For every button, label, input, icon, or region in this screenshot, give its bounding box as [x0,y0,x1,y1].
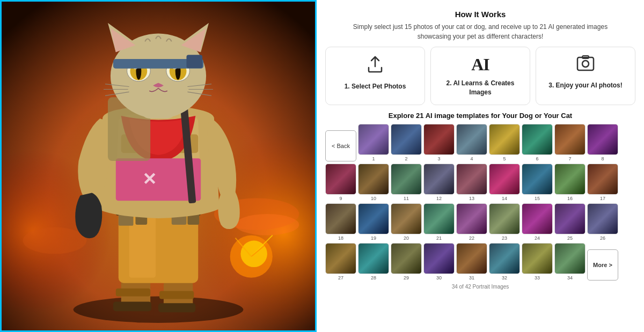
thumb-num-4: 4 [470,156,473,161]
thumb-item-29[interactable]: 29 [391,243,422,281]
thumb-item-3[interactable]: 3 [423,124,455,161]
thumb-item-1[interactable]: 1 [358,124,389,161]
thumb-item-16[interactable]: 16 [554,164,586,201]
thumb-num-11: 11 [404,196,409,201]
thumb-3[interactable] [423,124,455,155]
thumb-33[interactable] [522,243,553,274]
thumb-num-24: 24 [535,235,540,241]
thumb-item-15[interactable]: 15 [522,164,553,201]
thumb-1[interactable] [358,124,389,155]
more-button[interactable]: More > [587,249,618,281]
thumb-20[interactable] [391,203,422,234]
more-button-item[interactable]: More > [587,249,618,281]
thumb-item-21[interactable]: 21 [423,203,455,241]
thumb-23[interactable] [489,203,520,234]
thumb-29[interactable] [391,243,422,274]
thumb-num-25: 25 [567,235,573,241]
thumb-28[interactable] [358,243,389,274]
thumb-item-30[interactable]: 30 [423,243,455,281]
thumb-num-18: 18 [338,235,343,241]
thumb-num-15: 15 [535,196,540,201]
thumb-item-12[interactable]: 12 [423,164,455,201]
thumb-17[interactable] [587,164,618,195]
thumb-item-2[interactable]: 2 [391,124,422,161]
thumb-18[interactable] [325,203,356,234]
thumb-item-26[interactable]: 26 [587,203,618,241]
explore-section: Explore 21 AI image templates for Your D… [325,112,635,290]
thumb-item-24[interactable]: 24 [522,203,553,241]
grid-row-3: 18 19 20 21 22 [325,203,635,241]
thumb-12[interactable] [423,164,455,195]
thumb-num-1: 1 [372,156,375,161]
thumb-22[interactable] [456,203,487,234]
back-button[interactable]: < Back [325,130,356,161]
thumb-item-19[interactable]: 19 [358,203,389,241]
thumb-item-20[interactable]: 20 [391,203,422,241]
thumb-4[interactable] [456,124,487,155]
thumb-num-21: 21 [436,235,442,241]
thumb-item-9[interactable]: 9 [325,164,356,201]
thumb-item-18[interactable]: 18 [325,203,356,241]
thumb-32[interactable] [489,243,520,274]
thumb-21[interactable] [423,203,455,234]
thumb-num-22: 22 [469,235,474,241]
thumb-27[interactable] [325,243,356,274]
step-3-card: 3. Enjoy your AI photos! [536,47,635,105]
thumb-item-22[interactable]: 22 [456,203,487,241]
thumb-31[interactable] [456,243,487,274]
thumb-item-33[interactable]: 33 [522,243,553,281]
thumb-item-17[interactable]: 17 [587,164,618,201]
thumb-item-27[interactable]: 27 [325,243,356,281]
thumb-item-23[interactable]: 23 [489,203,520,241]
thumb-item-31[interactable]: 31 [456,243,487,281]
thumb-item-5[interactable]: 5 [489,124,520,161]
thumb-num-12: 12 [436,196,442,201]
thumb-item-14[interactable]: 14 [489,164,520,201]
thumb-item-10[interactable]: 10 [358,164,389,201]
grid-row-1: < Back 1 2 3 4 [325,124,635,161]
thumb-15[interactable] [522,164,553,195]
thumb-30[interactable] [423,243,455,274]
image-grid: < Back 1 2 3 4 [325,124,635,290]
thumb-5[interactable] [489,124,520,155]
more-label: More > [593,262,612,268]
thumb-6[interactable] [522,124,553,155]
thumb-item-28[interactable]: 28 [358,243,389,281]
thumb-9[interactable] [325,164,356,195]
thumb-num-9: 9 [339,196,342,201]
thumb-item-8[interactable]: 8 [587,124,618,161]
thumb-24[interactable] [522,203,553,234]
thumb-14[interactable] [489,164,520,195]
thumb-item-4[interactable]: 4 [456,124,487,161]
thumb-item-13[interactable]: 13 [456,164,487,201]
grid-footer: 34 of 42 Portrait Images [325,284,635,290]
thumb-34[interactable] [554,243,586,274]
svg-point-5 [236,214,299,235]
thumb-item-32[interactable]: 32 [489,243,520,281]
thumb-26[interactable] [587,203,618,234]
back-button-item[interactable]: < Back [325,130,356,161]
step-3-label: 3. Enjoy your AI photos! [548,81,623,90]
svg-rect-10 [116,289,150,297]
thumb-num-17: 17 [600,196,605,201]
thumb-13[interactable] [456,164,487,195]
thumb-19[interactable] [358,203,389,234]
thumb-item-34[interactable]: 34 [554,243,586,281]
thumb-10[interactable] [358,164,389,195]
thumb-num-10: 10 [371,196,376,201]
thumb-num-34: 34 [567,275,573,281]
thumb-25[interactable] [554,203,586,234]
thumb-num-26: 26 [600,235,605,241]
thumb-2[interactable] [391,124,422,155]
thumb-item-25[interactable]: 25 [554,203,586,241]
step-2-label: 2. AI Learns & Creates Images [441,79,520,97]
thumb-item-6[interactable]: 6 [522,124,553,161]
thumb-11[interactable] [391,164,422,195]
thumb-16[interactable] [554,164,586,195]
thumb-8[interactable] [587,124,618,155]
grid-row-4: 27 28 29 30 31 [325,243,635,281]
thumb-item-11[interactable]: 11 [391,164,422,201]
thumb-7[interactable] [554,124,586,155]
thumb-item-7[interactable]: 7 [554,124,586,161]
steps-row: 1. Select Pet Photos AI 2. AI Learns & C… [325,47,635,105]
